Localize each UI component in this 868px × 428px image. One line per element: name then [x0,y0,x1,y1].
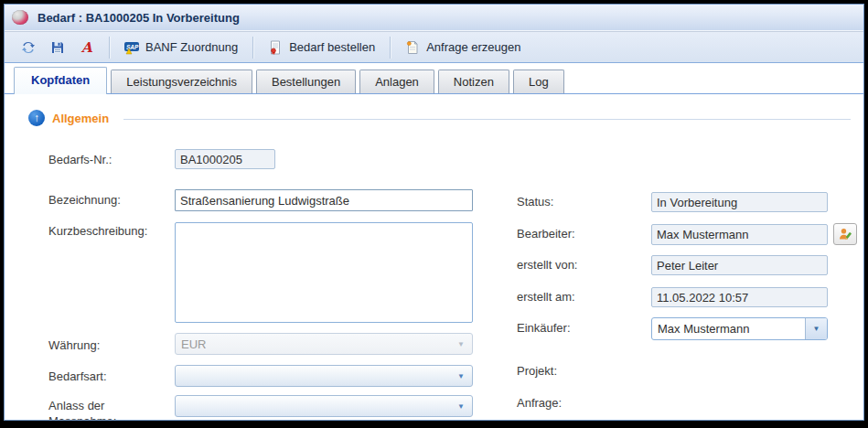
section-title: Allgemein [52,112,109,125]
erstellt-von-field[interactable] [651,255,828,275]
sap-icon: SAP [124,40,139,55]
bedarfsart-label: Bedarfsart: [48,369,107,383]
anfrage-erzeugen-label: Anfrage erzeugen [426,40,520,54]
einkaeufer-label: Einkäufer: [517,321,571,335]
anfrage-label: Anfrage: [517,396,562,410]
kurzbeschreibung-textarea[interactable] [175,222,473,323]
bezeichnung-label: Bezeichnung: [48,193,121,207]
erstellt-am-field[interactable] [651,287,828,307]
pdf-export-icon: A [80,40,94,55]
document-new-icon [405,40,420,55]
window-titlebar: Bedarf : BA1000205 In Vorbereitung [5,5,863,31]
einkaeufer-value: Max Mustermann [652,318,805,339]
section-divider [123,119,851,120]
waehrung-select[interactable]: EUR ▼ [175,333,473,355]
dropdown-arrow-icon: ▼ [457,402,465,411]
anlass-label: Anlass der Massnahme: [48,398,144,421]
toolbar-separator [109,37,110,59]
erstellt-von-label: erstellt von: [517,258,577,272]
bedarfsart-select[interactable]: ▼ [175,365,473,387]
projekt-label: Projekt: [517,364,557,378]
arrow-up-icon: ↑ [34,112,39,124]
waehrung-label: Währung: [48,338,100,352]
kopfdaten-panel: ↑ Allgemein Bedarfs-Nr.: Bezeichnung: Ku… [5,94,863,420]
select-user-button[interactable] [833,223,857,245]
einkaeufer-select[interactable]: Max Mustermann ▼ [651,317,828,340]
tab-kopfdaten[interactable]: Kopfdaten [14,67,107,94]
section-collapse-button[interactable]: ↑ [28,110,45,126]
status-label: Status: [517,195,553,209]
refresh-icon [21,40,36,55]
tab-notizen[interactable]: Notizen [438,70,509,93]
dropdown-arrow-icon: ▼ [457,372,465,380]
bedarf-bestellen-button[interactable]: Bedarf bestellen [261,36,382,59]
anfrage-erzeugen-button[interactable]: Anfrage erzeugen [398,36,528,59]
tab-leistungsverzeichnis[interactable]: Leistungsverzeichnis [111,70,252,93]
svg-text:SAP: SAP [126,43,139,49]
dropdown-arrow-icon: ▼ [813,325,820,333]
banf-zuordnung-button[interactable]: SAP BANF Zuordnung [117,36,245,59]
bearbeiter-label: Bearbeiter: [517,227,575,241]
svg-text:A: A [80,40,93,55]
pdf-export-button[interactable]: A [72,36,102,59]
waehrung-value: EUR [181,337,206,351]
kurzbeschreibung-label: Kurzbeschreibung: [48,224,147,238]
toolbar-separator [390,37,391,59]
app-icon [12,10,28,25]
toolbar: A SAP BANF Zuordnung [5,31,863,63]
anlass-select[interactable]: ▼ [175,395,473,417]
bedarfs-nr-field[interactable] [175,149,275,169]
tab-anlagen[interactable]: Anlagen [359,70,434,93]
dropdown-arrow-icon: ▼ [457,340,465,348]
screen-frame: Bedarf : BA1000205 In Vorbereitung [0,0,868,428]
einkaeufer-dropdown-button[interactable]: ▼ [805,318,827,339]
status-field[interactable] [651,192,828,212]
bedarf-window: Bedarf : BA1000205 In Vorbereitung [4,4,864,421]
save-button[interactable] [43,36,72,59]
bezeichnung-input[interactable] [175,189,473,211]
user-edit-icon [838,227,852,241]
window-title: Bedarf : BA1000205 In Vorbereitung [38,11,240,25]
toolbar-separator [252,37,253,59]
bedarfs-nr-label: Bedarfs-Nr.: [48,153,112,166]
bearbeiter-field[interactable] [651,224,828,245]
save-icon [50,40,65,55]
erstellt-am-label: erstellt am: [517,290,575,304]
tab-bar: Kopfdaten Leistungsverzeichnis Bestellun… [5,63,863,94]
refresh-button[interactable] [14,36,43,59]
document-ribbon-icon [268,40,283,55]
banf-zuordnung-label: BANF Zuordnung [145,40,238,54]
tab-log[interactable]: Log [513,70,564,93]
bedarf-bestellen-label: Bedarf bestellen [289,40,375,54]
tab-bestellungen[interactable]: Bestellungen [256,70,356,93]
